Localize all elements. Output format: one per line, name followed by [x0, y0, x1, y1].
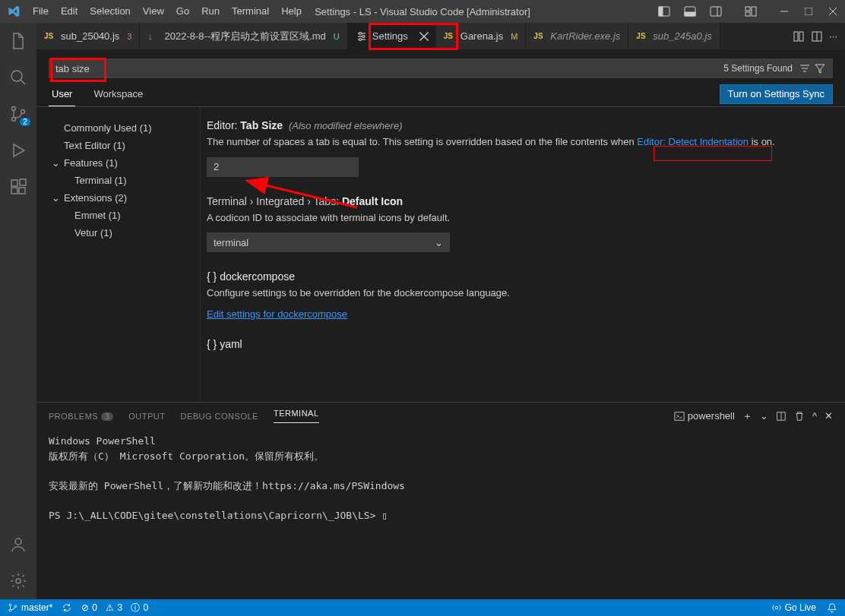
- termicon-select[interactable]: terminal⌄: [207, 232, 450, 252]
- tab-label: Settings: [372, 30, 408, 42]
- split-editor-icon[interactable]: [811, 30, 823, 43]
- svg-rect-39: [675, 412, 684, 420]
- scm-badge: 2: [20, 118, 30, 126]
- setting-title-yaml: { } yaml: [207, 338, 827, 350]
- toc-extensions[interactable]: ⌄Extensions (2): [49, 189, 200, 207]
- status-golive[interactable]: Go Live: [771, 602, 816, 613]
- menu-file[interactable]: File: [27, 0, 55, 23]
- svg-point-29: [359, 38, 361, 40]
- scope-workspace[interactable]: Workspace: [90, 82, 146, 106]
- more-actions-icon[interactable]: ···: [829, 30, 837, 43]
- panel-tab-problems[interactable]: PROBLEMS3: [49, 412, 113, 421]
- svg-rect-10: [805, 8, 812, 15]
- menu-view[interactable]: View: [137, 0, 170, 23]
- svg-point-27: [359, 32, 361, 34]
- md-icon: ↓: [147, 30, 160, 42]
- tab-garena[interactable]: JSGarena.jsM: [436, 23, 527, 49]
- svg-point-23: [16, 579, 21, 583]
- menu-edit[interactable]: Edit: [55, 0, 84, 23]
- layout-left-icon[interactable]: [652, 0, 676, 23]
- explorer-icon[interactable]: [0, 23, 36, 59]
- vscode-logo-icon: [0, 5, 27, 17]
- layout-custom-icon[interactable]: [739, 0, 763, 23]
- editor-tabs: JSsub_25040.js3 ↓2022-8-8--程序启动之前设置区域.md…: [36, 23, 845, 49]
- tab-kartrider[interactable]: JSKartRider.exe.js: [526, 23, 628, 49]
- svg-point-43: [9, 609, 11, 611]
- svg-rect-18: [11, 180, 17, 186]
- terminal-output[interactable]: Windows PowerShell 版权所有（C） Microsoft Cor…: [36, 429, 845, 527]
- account-icon[interactable]: [0, 526, 36, 563]
- menu-go[interactable]: Go: [170, 0, 195, 23]
- close-tab-icon[interactable]: [419, 31, 429, 42]
- edit-docker-link[interactable]: Edit settings for dockercompose: [207, 308, 827, 320]
- setting-desc-tabsize: The number of spaces a tab is equal to. …: [207, 134, 827, 150]
- toc-texteditor[interactable]: Text Editor (1): [49, 137, 200, 154]
- status-bell[interactable]: [827, 602, 837, 613]
- layout-bottom-icon[interactable]: [678, 0, 702, 23]
- tab-sub245a0[interactable]: JSsub_245a0.js: [628, 23, 720, 49]
- status-problems[interactable]: ⊘0 ⚠3 ⓘ0: [81, 602, 148, 614]
- menu-run[interactable]: Run: [195, 0, 226, 23]
- js-icon: JS: [636, 32, 648, 40]
- tab-label: Garena.js: [460, 30, 503, 42]
- svg-point-44: [14, 605, 17, 608]
- svg-rect-33: [799, 32, 803, 41]
- menu-terminal[interactable]: Terminal: [226, 0, 275, 23]
- settings-search-box[interactable]: 5 Settings Found: [49, 58, 833, 78]
- filter-icon[interactable]: [814, 62, 826, 74]
- setting-title-docker: { } dockercompose: [207, 270, 827, 283]
- status-sync[interactable]: [62, 602, 72, 613]
- tab-label: KartRider.exe.js: [550, 30, 620, 42]
- close-window-button[interactable]: [821, 0, 845, 23]
- svg-point-15: [12, 107, 16, 111]
- dirty-indicator: 3: [127, 32, 131, 41]
- run-debug-icon[interactable]: [0, 132, 36, 169]
- toc-emmet[interactable]: Emmet (1): [49, 207, 200, 224]
- toc-terminal[interactable]: Terminal (1): [49, 172, 200, 189]
- layout-right-icon[interactable]: [704, 0, 728, 23]
- status-bar: master* ⊘0 ⚠3 ⓘ0 Go Live: [0, 599, 845, 616]
- svg-point-28: [362, 35, 364, 37]
- tab-settings[interactable]: Settings: [348, 23, 436, 49]
- svg-point-42: [9, 604, 11, 606]
- turn-on-sync-button[interactable]: Turn on Settings Sync: [720, 84, 833, 104]
- kill-terminal-icon[interactable]: [794, 411, 805, 422]
- manage-gear-icon[interactable]: [0, 563, 36, 599]
- extensions-icon[interactable]: [0, 169, 36, 205]
- toc-features[interactable]: ⌄Features (1): [49, 154, 200, 172]
- split-terminal-icon[interactable]: [776, 411, 786, 422]
- run-tab-icon[interactable]: [793, 30, 805, 43]
- setting-desc-termicon: A codicon ID to associate with terminal …: [207, 210, 827, 226]
- tabsize-input[interactable]: [207, 157, 359, 177]
- scope-user[interactable]: User: [49, 82, 75, 106]
- tab-md[interactable]: ↓2022-8-8--程序启动之前设置区域.mdU: [140, 23, 347, 49]
- panel-tab-output[interactable]: OUTPUT: [128, 412, 165, 421]
- terminal-shell-icon[interactable]: powershell: [674, 410, 735, 422]
- settings-search-input[interactable]: [55, 63, 723, 74]
- panel-tab-terminal[interactable]: TERMINAL: [274, 409, 319, 423]
- maximize-panel-icon[interactable]: ^: [812, 410, 817, 422]
- dirty-indicator: U: [334, 32, 340, 41]
- menu-selection[interactable]: Selection: [84, 0, 136, 23]
- tab-sub25040[interactable]: JSsub_25040.js3: [36, 23, 140, 49]
- source-control-icon[interactable]: 2: [0, 96, 36, 132]
- svg-rect-6: [745, 7, 750, 11]
- new-terminal-icon[interactable]: ＋: [742, 409, 752, 423]
- clear-search-icon[interactable]: [799, 62, 811, 74]
- svg-rect-32: [794, 32, 798, 41]
- minimize-button[interactable]: [772, 0, 796, 23]
- close-panel-icon[interactable]: ✕: [824, 410, 833, 422]
- menu-help[interactable]: Help: [275, 0, 308, 23]
- status-branch[interactable]: master*: [8, 602, 52, 613]
- svg-rect-3: [685, 12, 695, 16]
- terminal-dropdown-icon[interactable]: ⌄: [760, 410, 768, 422]
- svg-rect-8: [745, 12, 750, 16]
- search-icon[interactable]: [0, 59, 36, 96]
- detect-indentation-link[interactable]: Editor: Detect Indentation: [637, 136, 748, 147]
- toc-common[interactable]: Commonly Used (1): [49, 119, 200, 137]
- svg-point-16: [12, 118, 16, 122]
- toc-vetur[interactable]: Vetur (1): [49, 224, 200, 242]
- svg-rect-19: [11, 188, 17, 194]
- maximize-button[interactable]: [796, 0, 821, 23]
- panel-tab-debug[interactable]: DEBUG CONSOLE: [180, 412, 258, 421]
